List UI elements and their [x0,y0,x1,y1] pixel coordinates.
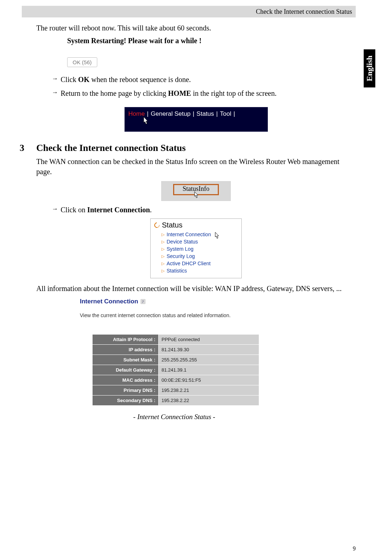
status-item-security-log[interactable]: ▷Security Log [162,253,238,260]
info-text: All information about the Internet conne… [36,283,356,294]
table-label: Subnet Mask : [93,355,159,365]
internet-connection-title: Internet Connection ? [80,298,269,305]
status-item-device-status[interactable]: ▷Device Status [162,238,238,245]
triangle-right-icon: ▷ [162,261,164,266]
status-item-label: System Log [167,246,193,252]
arrow-right-icon: → [52,88,57,97]
table-row: Default Gateway :81.241.39.1 [93,365,259,375]
table-row: Secondary DNS :195.238.2.22 [93,396,259,406]
section-title: Check the Internet connection Status [36,143,186,153]
table-row: Subnet Mask :255.255.255.255 [93,355,259,365]
triangle-right-icon: ▷ [162,254,164,259]
internet-connection-table: Attain IP Protocol :PPPoE connectedIP ad… [92,334,259,406]
table-value: 00:0E:2E:91:51:F5 [159,375,259,385]
status-item-label: Device Status [167,239,198,245]
section-number: 3 [20,143,36,153]
header-bar: Check the Internet connection Status [22,6,356,17]
table-row: IP address :81.241.39.30 [93,345,259,355]
table-row: Primary DNS :195.238.2.21 [93,385,259,396]
intro-text: The router will reboot now. This will ta… [36,24,356,32]
nav-status[interactable]: Status [196,110,214,118]
triangle-right-icon: ▷ [162,268,164,273]
instruction-text: Return to the home page by clicking HOME… [61,88,356,98]
internet-connection-desc: View the current internet connection sta… [80,312,269,318]
nav-separator: | [216,110,218,118]
cursor-icon [194,191,200,200]
table-label: Attain IP Protocol : [93,335,159,345]
table-label: Default Gateway : [93,365,159,375]
pointer-icon [142,116,150,128]
nav-general-setup[interactable]: General Setup [151,110,191,118]
arrow-right-icon: → [52,74,57,83]
table-row: MAC address :00:0E:2E:91:51:F5 [93,375,259,385]
triangle-right-icon: ▷ [162,232,164,237]
table-value: 255.255.255.255 [159,355,259,365]
table-row: Attain IP Protocol :PPPoE connected [93,335,259,345]
status-item-label: Security Log [167,253,195,259]
table-label: IP address : [93,345,159,355]
nav-separator: | [193,110,194,118]
internet-connection-figure: Internet Connection ? View the current i… [80,298,269,421]
table-value: 81.241.39.30 [159,345,259,355]
status-item-system-log[interactable]: ▷System Log [162,245,238,253]
status-item-label: Internet Connection [167,232,211,237]
instruction-step: →Click on Internet Connection. [52,205,356,215]
nav-separator: | [233,110,235,118]
help-icon[interactable]: ? [140,299,146,304]
language-tab: English [364,49,375,87]
triangle-right-icon: ▷ [162,239,164,244]
instruction-step: →Click OK when the reboot sequence is do… [52,74,356,85]
internet-connection-title-text: Internet Connection [80,298,138,305]
breadcrumb: Check the Internet connection Status [256,8,352,16]
status-item-active-dhcp-client[interactable]: ▷Active DHCP Client [162,260,238,267]
status-item-label: Active DHCP Client [167,261,211,266]
navbar: Home | General Setup | Status | Tool | [124,107,268,132]
status-menu-title: Status [154,221,238,229]
triangle-right-icon: ▷ [162,246,164,251]
statusinfo-figure: StatusInfo [161,181,231,201]
table-value: 81.241.39.1 [159,365,259,375]
page-number: 9 [353,545,356,552]
instruction-step: →Return to the home page by clicking HOM… [52,88,356,98]
status-item-statistics[interactable]: ▷Statistics [162,267,238,274]
restart-message: System Restarting! Please wait for a whi… [67,37,356,45]
figure-caption: - Internet Connection Status - [80,413,269,421]
table-label: Secondary DNS : [93,396,159,406]
table-value: PPPoE connected [159,335,259,345]
cursor-icon [215,232,220,241]
table-label: MAC address : [93,375,159,385]
instruction-text: Click OK when the reboot sequence is don… [61,74,356,85]
status-item-label: Statistics [167,268,187,274]
section-body: The WAN connection can be checked in the… [36,156,356,177]
table-label: Primary DNS : [93,385,159,396]
arrow-right-icon: → [52,205,57,213]
table-value: 195.238.2.21 [159,385,259,396]
restart-figure: System Restarting! Please wait for a whi… [67,37,356,67]
status-menu-title-text: Status [162,221,183,229]
table-value: 195.238.2.22 [159,396,259,406]
status-menu-figure: Status ▷Internet Connection▷Device Statu… [150,218,242,278]
instruction-text: Click on Internet Connection. [61,205,356,215]
nav-tool[interactable]: Tool [220,110,231,118]
navbar-figure: Home | General Setup | Status | Tool | [124,107,268,132]
ok-button[interactable]: OK (56) [67,57,97,67]
status-bullet-icon [153,221,161,229]
status-item-internet-connection[interactable]: ▷Internet Connection [162,231,238,238]
